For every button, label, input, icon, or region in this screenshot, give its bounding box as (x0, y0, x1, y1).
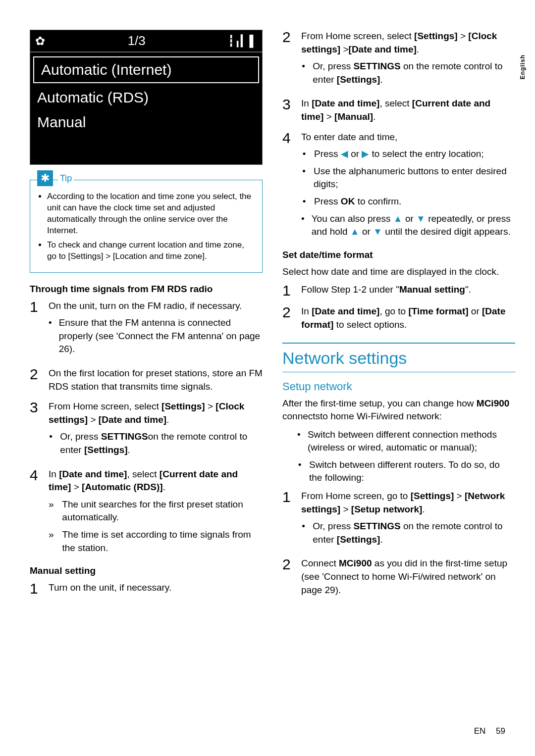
rds-heading: Through time signals from FM RDS radio (30, 284, 263, 295)
bullet-icon: • (297, 428, 301, 454)
bullet-icon: • (49, 430, 53, 456)
step-number: 1 (30, 300, 41, 360)
step-number: 4 (282, 131, 293, 243)
step-number: 2 (282, 30, 293, 90)
setup-network-heading: Setup network (282, 380, 515, 393)
triangle-up-icon: ▲ (350, 226, 360, 237)
bullet-icon: • (301, 165, 307, 191)
step-body: From Home screen, select [Settings] > [C… (49, 400, 263, 460)
bullet-icon: • (301, 520, 306, 546)
step-body: On the unit, turn on the FM radio, if ne… (49, 300, 263, 360)
bullet-icon: • (301, 195, 307, 208)
triangle-up-icon: ▲ (393, 213, 403, 224)
step-body: To enter date and time, •Press ◀ or ▶ to… (301, 131, 515, 243)
result-arrow-icon: » (49, 528, 55, 554)
tip-label: Tip (58, 173, 74, 184)
signal-icon: ┇╻▎▌ (228, 35, 257, 48)
tip-item: To check and change current location and… (47, 240, 255, 262)
gear-icon: ✿ (35, 34, 45, 48)
manual-heading: Manual setting (30, 565, 263, 576)
result-arrow-icon: » (49, 498, 55, 524)
step-number: 3 (30, 400, 41, 460)
bullet-icon: • (297, 458, 302, 485)
device-item-auto-rds: Automatic (RDS) (30, 85, 262, 110)
device-counter: 1/3 (128, 33, 146, 49)
step-number: 1 (30, 581, 41, 596)
step-number: 4 (30, 468, 41, 559)
step-body: From Home screen, go to [Settings] > [Ne… (301, 490, 515, 550)
step-body: On the first location for preset station… (49, 367, 263, 393)
footer-page: 59 (496, 726, 505, 736)
device-item-manual: Manual (30, 110, 262, 135)
tip-icon: ✱ (37, 170, 53, 186)
footer-lang: EN (474, 726, 486, 736)
step-number: 2 (30, 367, 41, 393)
page-footer: EN 59 (474, 726, 505, 736)
step-number: 1 (282, 283, 293, 298)
bullet-icon: • (301, 212, 305, 239)
format-heading: Set date/time format (282, 250, 515, 260)
step-body: Turn on the unit, if necessary. (49, 581, 263, 596)
triangle-left-icon: ◀ (341, 149, 348, 159)
tip-box: ✱ Tip According to the location and time… (30, 180, 263, 273)
bullet-icon: • (301, 148, 307, 161)
bullet-icon: • (49, 316, 52, 356)
triangle-right-icon: ▶ (362, 149, 369, 159)
network-settings-heading: Network settings (282, 343, 515, 372)
network-para: After the first-time setup, you can chan… (282, 397, 515, 423)
step-number: 2 (282, 305, 293, 331)
step-number: 2 (282, 557, 293, 597)
step-body: In [Date and time], select [Current date… (301, 97, 515, 123)
device-screen: ✿ 1/3 ┇╻▎▌ Automatic (Internet) Automati… (30, 30, 263, 165)
language-tab: English (519, 54, 526, 79)
step-number: 1 (282, 490, 293, 550)
step-body: From Home screen, select [Settings] > [C… (301, 30, 515, 90)
step-body: Follow Step 1-2 under "Manual setting". (301, 283, 515, 298)
step-body: Connect MCi900 as you did in the first-t… (301, 557, 515, 597)
triangle-down-icon: ▼ (373, 226, 382, 237)
bullet-icon: • (301, 60, 306, 86)
device-item-auto-internet: Automatic (Internet) (33, 56, 259, 83)
format-para: Select how date and time are displayed i… (282, 265, 515, 279)
triangle-down-icon: ▼ (416, 213, 426, 224)
step-number: 3 (282, 97, 293, 123)
step-body: In [Date and time], go to [Time format] … (301, 305, 515, 331)
tip-item: According to the location and time zone … (47, 191, 255, 237)
step-body: In [Date and time], select [Current date… (49, 468, 263, 559)
